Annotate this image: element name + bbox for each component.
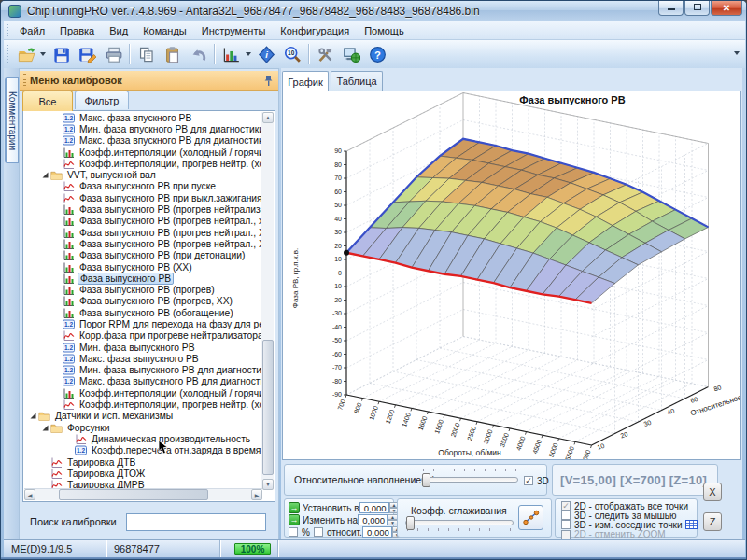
relative-checkbox[interactable] — [314, 527, 323, 537]
close-button[interactable]: ✕ — [711, 1, 742, 16]
tree-item[interactable]: Фаза выпускного РВ (ХХ) — [24, 261, 262, 273]
percent-checkbox[interactable] — [289, 527, 298, 537]
tree-item[interactable]: Фаза выпускного РВ (прогрев нейтрал., хо… — [24, 216, 262, 227]
tree-item[interactable]: Коэфф.интерполяции, прогрев нейтр. (холо… — [24, 158, 262, 169]
chart-compare-dropdown-icon[interactable] — [246, 52, 251, 56]
expand-icon[interactable] — [41, 171, 49, 179]
surface-plot-svg[interactable]: -90-80-70-60-50-40-30-20-100102030405060… — [283, 91, 740, 459]
tree-horizontal-scrollbar[interactable]: ◀ ▶ — [24, 488, 262, 500]
tree-item[interactable]: 1.2Мин. фаза выпускного РВ — [24, 342, 262, 353]
tree-item[interactable]: Фаза выпускного РВ при выкл.зажигания — [24, 192, 262, 203]
menu-item-помощь[interactable]: Помощь — [357, 23, 412, 38]
3d-checkbox[interactable]: ✓ — [524, 476, 533, 485]
tree-item[interactable]: Фаза выпускного РВ (прогрев нейтрал., ХХ… — [24, 238, 262, 249]
network-button[interactable] — [338, 42, 364, 66]
tree-item[interactable]: 1.2Порог RPM для перехода на фазу для ре… — [24, 318, 262, 329]
menu-item-вид[interactable]: Вид — [102, 23, 135, 38]
tree-folder[interactable]: VVT, выпускной вал — [24, 169, 262, 180]
minimize-button[interactable] — [658, 1, 684, 16]
search-input[interactable] — [126, 513, 266, 531]
z-axis-button[interactable]: Z — [703, 512, 722, 531]
tree-item[interactable]: 1.2Макс. фаза выпускного РВ для диагност… — [24, 376, 262, 387]
tree-item[interactable]: Коэфф.интерполяции (холодный / горячий ) — [24, 147, 262, 158]
tab-all[interactable]: Все — [22, 91, 73, 111]
paste-button[interactable] — [159, 42, 185, 66]
preview-10-button[interactable]: 10 — [279, 42, 305, 66]
option-checkbox[interactable] — [561, 530, 571, 539]
surface-chart[interactable]: -90-80-70-60-50-40-30-20-100102030405060… — [282, 91, 741, 460]
tree-item[interactable]: Фаза выпускного РВ — [24, 273, 262, 284]
tree-item[interactable]: Фаза выпускного РВ при пуске — [24, 181, 262, 192]
tree-item[interactable]: Фаза выпускного РВ (прогрев нейтрализато… — [24, 203, 262, 215]
open-file-dropdown-icon[interactable] — [40, 52, 46, 56]
menu-item-команды[interactable]: Команды — [135, 23, 194, 38]
scroll-right-icon[interactable]: ▶ — [251, 489, 262, 500]
tree-item[interactable]: 1.2Коэфф.пересчета отн.заряда в время вп… — [24, 445, 262, 456]
scroll-down-icon[interactable]: ▼ — [262, 479, 274, 490]
tree-item[interactable]: Тарировка ДТОЖ — [24, 468, 262, 479]
tree-item[interactable]: Фаза выпускного РВ (прогрев нейтрал., ХХ… — [24, 227, 262, 238]
tree-item[interactable]: 1.2Макс. фаза выпускного РВ — [24, 353, 262, 364]
scroll-up-icon[interactable]: ▲ — [262, 112, 274, 123]
print-button[interactable] — [100, 42, 126, 66]
tree-item[interactable]: Фаза выпускного РВ (при детонации) — [24, 250, 262, 261]
tree-item[interactable]: Коэфф.интерполяции, прогрев нейтр. (холо… — [24, 399, 262, 410]
scroll-left-icon[interactable]: ◀ — [24, 489, 35, 500]
tree-item[interactable]: Фаза выпускного РВ (прогрев) — [24, 284, 262, 295]
h-scroll-thumb[interactable] — [59, 489, 208, 500]
save-button[interactable] — [48, 42, 74, 66]
set-value-input[interactable]: 0,000 — [359, 502, 389, 513]
title-bar[interactable]: ChipTuningPRO ver.7.4.8.969 - Antara32L_… — [1, 1, 747, 21]
tree-item[interactable]: 1.2Макс. фаза впускного РВ для диагности… — [24, 135, 262, 147]
tree-folder[interactable]: Форсунки — [24, 422, 262, 433]
tree-item[interactable]: Корр.фаза при прогреве нейтрализатора — [24, 330, 262, 342]
change-value-input[interactable]: 0,000 — [358, 514, 388, 525]
smoothing-slider-thumb[interactable] — [406, 516, 415, 530]
tree-item[interactable]: 1.2Макс. фаза впускного РВ — [24, 112, 262, 123]
apply-smoothing-button[interactable] — [518, 505, 543, 530]
tab-table[interactable]: Таблица — [331, 71, 383, 91]
open-file-button[interactable] — [12, 42, 38, 66]
expand-icon[interactable] — [29, 412, 37, 420]
option-checkbox[interactable] — [561, 511, 571, 520]
tree-item[interactable]: Тарировка ДТВ — [24, 456, 262, 468]
option-checkbox[interactable]: ✓ — [561, 501, 571, 511]
tree-item[interactable]: Фаза выпускного РВ (обогащение) — [24, 307, 262, 318]
menu-item-инструменты[interactable]: Инструменты — [194, 23, 274, 38]
x-axis-button[interactable]: X — [703, 483, 722, 501]
tree-item[interactable]: 1.2Мин. фаза впускного РВ для диагностик… — [24, 123, 262, 134]
tab-filter[interactable]: Фильтр — [75, 91, 129, 109]
tree-vertical-scrollbar[interactable]: ▲ ▼ — [261, 112, 274, 490]
info-button[interactable]: i — [253, 42, 279, 66]
svg-text:1.2: 1.2 — [77, 447, 85, 454]
apply-change-button[interactable]: → — [289, 514, 300, 525]
fill-slider-thumb[interactable] — [422, 473, 430, 487]
tree-item[interactable]: 1.2Мин. фаза выпускного РВ для диагности… — [24, 365, 262, 376]
menu-item-файл[interactable]: Файл — [12, 23, 52, 38]
menu-item-правка[interactable]: Правка — [52, 23, 102, 38]
pin-icon[interactable] — [263, 75, 274, 87]
save-as-button[interactable] — [74, 42, 100, 66]
tree-item[interactable]: Фаза выпускного РВ (прогрев, ХХ) — [24, 296, 262, 307]
fill-slider[interactable] — [421, 477, 518, 483]
apply-set-button[interactable]: → — [289, 502, 300, 513]
tree-item[interactable]: Коэфф.интерполяции (холодный / горячий ) — [24, 387, 262, 399]
undo-button[interactable] — [185, 42, 211, 66]
help-button[interactable]: ? — [364, 42, 390, 66]
tree-item[interactable]: Динамическая производительность — [24, 433, 262, 444]
tools-button[interactable] — [312, 42, 338, 66]
maximize-button[interactable] — [684, 1, 710, 16]
menu-item-конфигурация[interactable]: Конфигурация — [273, 23, 357, 38]
toolbar-overflow-icon[interactable] — [734, 51, 740, 55]
smoothing-slider[interactable] — [405, 520, 514, 525]
copy-button[interactable] — [133, 42, 159, 66]
comments-side-tab[interactable]: Комментарии — [5, 77, 19, 163]
relative-value-input[interactable]: 0,000 — [362, 526, 392, 538]
option-checkbox[interactable] — [561, 520, 571, 529]
tree-folder[interactable]: Датчики и исп. механизмы — [24, 411, 262, 422]
expand-icon[interactable] — [41, 424, 49, 432]
tab-graph[interactable]: График — [282, 71, 329, 91]
calibration-panel-header[interactable]: Меню калибровок — [20, 71, 278, 91]
chart-compare-button[interactable] — [218, 42, 244, 66]
v-scroll-thumb[interactable] — [262, 340, 274, 475]
